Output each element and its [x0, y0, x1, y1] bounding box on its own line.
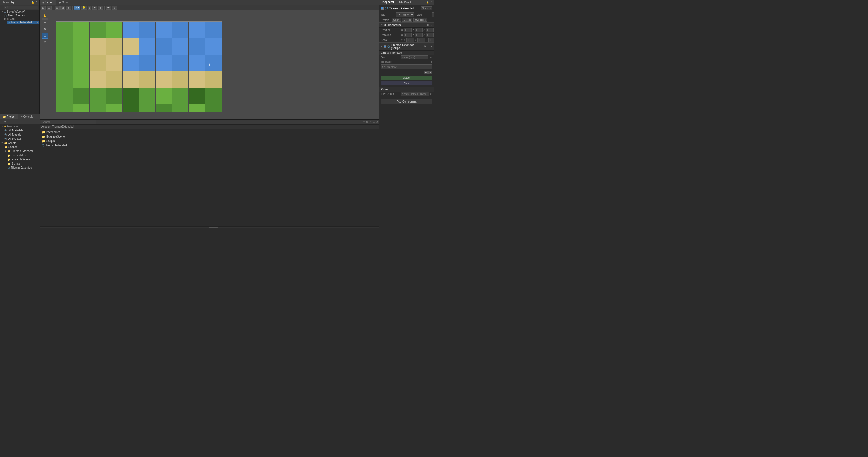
toolbar-audio-btn[interactable]: ♪ — [88, 5, 92, 10]
prefab-select-btn[interactable]: Select — [402, 18, 412, 22]
assets-icon-4[interactable]: ★ — [373, 120, 375, 123]
hierarchy-add-icon[interactable]: + — [1, 6, 3, 9]
scene-viewport[interactable]: ✋ ✛ ↻ ⊞ ⊕ ✛ — [40, 10, 379, 119]
tool-move[interactable]: ✛ — [42, 19, 48, 25]
layer-dropdown[interactable]: Default — [432, 12, 434, 17]
toolbar-draw-btn[interactable]: ⊡ — [41, 5, 46, 10]
transform-section-header[interactable]: ▼ ⊕ Transform ⚙ ⋮ — [379, 22, 434, 28]
tile-rules-target-icon[interactable]: ⊙ — [430, 93, 432, 95]
assets-expand[interactable]: ▼ — [1, 142, 3, 144]
assets-header[interactable]: ▼ 📁 Assets — [0, 141, 40, 145]
tab-game[interactable]: ▶ Game — [56, 0, 72, 5]
hierarchy-lock-icon[interactable]: 🔒 — [31, 1, 34, 4]
pos-z-input[interactable] — [426, 28, 434, 32]
grid-value[interactable]: None (Grid) — [401, 55, 429, 59]
inspector-more-icon[interactable]: ⋮ — [430, 1, 432, 4]
list-remove-btn[interactable]: − — [429, 70, 432, 74]
hierarchy-item-maincamera[interactable]: 📷 Main Camera — [3, 13, 39, 17]
toolbar-rect-btn[interactable]: ⬡ — [46, 5, 52, 10]
hierarchy-more-icon[interactable]: ⋮ — [35, 1, 38, 4]
hierarchy-item-tilemapextended[interactable]: ⊞ TilemapExtended ▶ — [7, 21, 39, 24]
project-all-models[interactable]: 🔍 All Models — [3, 132, 40, 137]
tile-rules-value[interactable]: None (Tilemap Rules) — [401, 92, 429, 96]
project-collapse-icon[interactable]: ▼ — [4, 120, 7, 123]
object-enabled-checkbox[interactable] — [381, 7, 383, 10]
tool-rect[interactable]: ⊞ — [42, 33, 48, 38]
project-add-icon[interactable]: + — [1, 120, 3, 123]
assets-icon-3[interactable]: ✏ — [370, 120, 372, 123]
toolbar-grid-btn[interactable]: ⊟ — [60, 5, 65, 10]
script-enabled-checkbox[interactable] — [384, 45, 386, 48]
scrollbar-thumb[interactable] — [210, 227, 218, 228]
project-examplescene[interactable]: 📁 ExampleScene — [7, 157, 40, 161]
assets-icon-2[interactable]: ⊞ — [366, 120, 368, 123]
inspector-lock-icon[interactable]: 🔒 — [426, 1, 429, 4]
hierarchy-item-grid[interactable]: ▶ ⊞ Grid — [3, 17, 39, 21]
project-bordertiles[interactable]: 📁 BorderTiles — [7, 153, 40, 157]
pos-y-input[interactable] — [415, 28, 423, 32]
asset-tilemapextended-script[interactable]: ⬡ TilemapExtended — [41, 143, 378, 148]
tool-transform[interactable]: ⊕ — [42, 39, 48, 45]
asset-examplescene[interactable]: 📁 ExampleScene — [41, 134, 378, 139]
scale-x-input[interactable] — [406, 38, 414, 42]
inspector-tab[interactable]: Inspector — [381, 1, 396, 4]
tab-project[interactable]: 📁 Project — [0, 114, 18, 119]
favorites-expand[interactable]: ▼ — [1, 125, 3, 128]
toolbar-view-btn[interactable]: 👁 — [106, 5, 111, 10]
tile — [90, 71, 106, 88]
prefab-overrides-btn[interactable]: Overrides — [413, 18, 427, 22]
assets-search-input[interactable] — [41, 120, 96, 124]
tilemap-script-section-header[interactable]: ▼ ⬡ Tilemap Extended (Script) ⚙ ⋮ ↗ — [379, 42, 434, 51]
toolbar-layers-btn[interactable]: ⊠ — [66, 5, 71, 10]
scale-z-input[interactable] — [429, 38, 434, 42]
pos-x-input[interactable] — [404, 28, 412, 32]
project-all-prefabs[interactable]: 🔍 All Prefabs — [3, 137, 40, 141]
toolbar-display-btn[interactable]: ⊟ — [112, 5, 117, 10]
project-scenes[interactable]: 📁 Scenes — [3, 145, 40, 149]
project-all-materials[interactable]: 🔍 All Materials — [3, 128, 40, 132]
script-settings-icon[interactable]: ⚙ — [424, 45, 426, 48]
scale-y-input[interactable] — [417, 38, 425, 42]
breadcrumb-tilemapextended[interactable]: TilemapExtended — [52, 125, 73, 128]
rot-y-input[interactable] — [415, 33, 423, 37]
clear-button[interactable]: Clear — [381, 81, 432, 86]
grid-target-icon[interactable]: ⊙ — [430, 56, 432, 59]
add-component-button[interactable]: Add Component — [381, 99, 432, 104]
project-scripts[interactable]: 📁 Scripts — [7, 161, 40, 166]
scale-link-icon[interactable]: ⬡ — [401, 39, 403, 41]
tile-palette-tab[interactable]: Tile Palette — [398, 1, 414, 4]
transform-more-icon[interactable]: ⋮ — [430, 24, 432, 27]
rot-x-input[interactable] — [404, 33, 412, 37]
project-tilemapextended-script[interactable]: ⬡ TilemapExtended — [7, 166, 40, 170]
toolbar-snap-btn[interactable]: ⊞ — [55, 5, 60, 10]
asset-bordertiles[interactable]: 📁 BorderTiles — [41, 130, 378, 134]
toolbar-fx-btn[interactable]: ✦ — [92, 5, 97, 10]
tab-console[interactable]: ≡ Console — [18, 114, 36, 119]
scene-more-icon[interactable]: ⋮ — [374, 1, 377, 4]
hierarchy-more-scene[interactable]: ⋮ — [36, 10, 38, 13]
tile — [57, 71, 73, 88]
tool-hand[interactable]: ✋ — [42, 13, 48, 19]
breadcrumb-assets[interactable]: Assets — [41, 125, 50, 128]
script-collapse-icon[interactable]: ↗ — [430, 45, 432, 48]
object-name[interactable]: TilemapExtended — [389, 7, 420, 10]
prefab-open-btn[interactable]: Open — [392, 18, 401, 22]
transform-settings-icon[interactable]: ⚙ — [427, 24, 429, 27]
asset-scripts[interactable]: 📁 Scripts — [41, 139, 378, 143]
toolbar-gizmo-btn[interactable]: ⊕ — [98, 5, 103, 10]
tab-scene[interactable]: ⊡ Scene — [40, 0, 56, 5]
project-tilemapextended[interactable]: ▼ 📁 TilemapExtended — [3, 149, 40, 153]
static-dropdown[interactable]: Static ▼ — [421, 6, 432, 10]
toolbar-light-btn[interactable]: 💡 — [81, 5, 87, 10]
tool-rotate[interactable]: ↻ — [42, 26, 48, 32]
toolbar-2d-btn[interactable]: 2D — [74, 5, 80, 10]
rot-z-input[interactable] — [426, 33, 434, 37]
hierarchy-search-input[interactable] — [4, 5, 38, 9]
script-more-icon[interactable]: ⋮ — [427, 45, 429, 48]
tag-dropdown[interactable]: Untagged — [396, 12, 414, 17]
assets-scrollbar[interactable] — [40, 226, 379, 228]
list-add-btn[interactable]: + — [424, 70, 428, 74]
assets-icon-1[interactable]: ⊡ — [363, 120, 365, 123]
detect-button[interactable]: Detect — [381, 75, 432, 80]
hierarchy-item-samplescene[interactable]: ▼ ⊡ SampleScene* ⋮ — [0, 10, 39, 13]
